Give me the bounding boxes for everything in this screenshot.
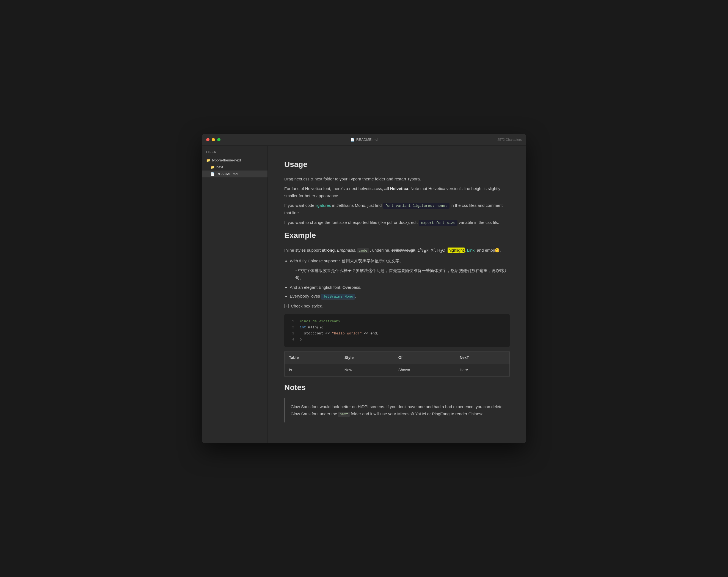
table-row: Is Now Shown Here: [285, 364, 510, 376]
table-header-0: Table: [285, 351, 340, 364]
sidebar-item-next[interactable]: 📁 next: [202, 164, 267, 171]
code-plain-4: }: [300, 336, 302, 343]
char-count: 2572 Characters: [497, 138, 522, 142]
notes-blockquote: Glow Sans font would look better on HiDP…: [284, 398, 510, 422]
content-area: Usage Drag next.css & next folder to you…: [268, 146, 526, 443]
para3: If you want code ligatures in JetBrains …: [284, 202, 510, 216]
para2: For fans of Helvetica font, there's a ne…: [284, 185, 510, 199]
checkbox[interactable]: ✓: [284, 304, 289, 308]
inline-strong: strong: [322, 248, 335, 252]
inline-comma1: ,: [335, 248, 337, 252]
filename-label: README.md: [356, 137, 378, 142]
code-plain-3: std::cout << "Hello World!" << end;: [300, 331, 379, 336]
inline-link[interactable]: Link: [467, 248, 475, 252]
inline-comma5: ,: [415, 248, 417, 252]
maximize-button[interactable]: [217, 138, 220, 141]
bullet-item-2: And an elegant English font: Overpass.: [290, 284, 510, 291]
code-line-4: 4 }: [290, 336, 504, 343]
sidebar-item-label: next: [216, 165, 223, 169]
notes-text: Glow Sans font would look better on HiDP…: [291, 403, 510, 418]
bullet-list: With fully Chinese support：使用未来荧黑字体显示中文文…: [290, 257, 510, 300]
inline-styles-para: Inline styles support strong, Emphasis, …: [284, 246, 510, 255]
table-cell-0: Is: [285, 364, 340, 376]
code-line-1: 1 #include <iostream>: [290, 319, 504, 325]
line-num-2: 2: [290, 325, 294, 331]
app-window: 📄 README.md 2572 Characters FILES 📁 typo…: [202, 134, 526, 443]
para3-mid: in JetBrains Mono, just find: [331, 203, 383, 208]
para4: If you want to change the font size of e…: [284, 219, 510, 226]
file-icon: 📄: [211, 172, 215, 176]
line-num-4: 4: [290, 336, 294, 343]
bullet-item-1-sub: 中文字体排版效果是什么样子？要解决这个问题，首先需要随便准备一些简体汉字，然后把…: [295, 267, 510, 281]
code-comment: #include <iostream>: [300, 319, 340, 325]
sidebar-title: FILES: [202, 150, 267, 157]
bullet3-prefix: Everybody loves: [290, 294, 321, 298]
table-cell-2: Shown: [394, 364, 455, 376]
inline-comma2: ,: [355, 248, 357, 252]
example-heading: Example: [284, 229, 510, 242]
inline-comma6: ,: [465, 248, 467, 252]
table-header-row: Table Style Of NexT: [285, 351, 510, 364]
ligatures-code: font-variant-ligatures: none;: [383, 203, 449, 209]
inline-code: code: [357, 248, 369, 253]
minimize-button[interactable]: [212, 138, 215, 141]
line-num-1: 1: [290, 319, 294, 325]
ligatures-link[interactable]: ligatures: [315, 203, 331, 208]
bullet3-suffix: .: [355, 294, 356, 298]
notes-text-suffix: folder and it will use your Microsoft Ya…: [350, 411, 485, 416]
para3-prefix: If you want code: [284, 203, 315, 208]
para4-prefix: If you want to change the font size of e…: [284, 220, 419, 225]
close-button[interactable]: [206, 138, 209, 141]
checkbox-label: Check box styled.: [291, 303, 323, 310]
inline-strike: strikethrough: [391, 248, 415, 252]
export-font-size-code: export-font-size: [419, 220, 458, 226]
inline-em: Emphasis: [337, 248, 355, 252]
sidebar-item-label: README.md: [216, 172, 237, 176]
table-header-1: Style: [340, 351, 394, 364]
jetbrains-mono-code: JetBrains Mono: [321, 294, 355, 300]
inline-comma4: ,: [389, 248, 391, 252]
sidebar-item-typora-theme-next[interactable]: 📁 typora-theme-next: [202, 157, 267, 164]
sidebar-item-readme[interactable]: 📄 README.md: [202, 171, 267, 177]
folder-icon: 📁: [206, 158, 210, 162]
usage-heading: Usage: [284, 158, 510, 171]
para1: Drag next.css & next folder to your Typo…: [284, 175, 510, 183]
next-css-link[interactable]: next.css & next folder: [294, 177, 334, 181]
inline-x2: , X2, H2O,: [428, 248, 448, 252]
inline-suffix: , and emoji😊。: [474, 248, 504, 252]
inline-underline: underline: [372, 248, 389, 252]
bullet-item-1: With fully Chinese support：使用未来荧黑字体显示中文文…: [290, 257, 510, 265]
code-plain-2: int main(){: [300, 325, 323, 331]
code-block: 1 #include <iostream> 2 int main(){ 3 st…: [284, 314, 510, 347]
para1-suffix: to your Typora theme folder and restart …: [334, 177, 421, 181]
table-header-3: NexT: [455, 351, 510, 364]
para4-suffix: variable in the css fils.: [458, 220, 499, 225]
inline-comma3: ,: [369, 248, 372, 252]
notes-next-code: next: [338, 412, 349, 417]
inline-prefix: Inline styles support: [284, 248, 322, 252]
checkbox-item: ✓ Check box styled.: [284, 303, 510, 310]
sidebar-item-label: typora-theme-next: [212, 158, 241, 162]
folder-icon: 📁: [211, 165, 215, 169]
para1-prefix: Drag: [284, 177, 294, 181]
bullet-item-3: Everybody loves JetBrains Mono.: [290, 293, 510, 300]
table-cell-1: Now: [340, 364, 394, 376]
notes-heading: Notes: [284, 381, 510, 394]
bullet-sub-list: 中文字体排版效果是什么样子？要解决这个问题，首先需要随便准备一些简体汉字，然后把…: [295, 267, 510, 281]
main-layout: FILES 📁 typora-theme-next 📁 next 📄 READM…: [202, 146, 526, 443]
line-num-3: 3: [290, 331, 294, 336]
data-table: Table Style Of NexT Is Now Shown Here: [284, 351, 510, 377]
para2-text: For fans of Helvetica font, there's a ne…: [284, 186, 384, 191]
code-line-3: 3 std::cout << "Hello World!" << end;: [290, 331, 504, 336]
table-cell-3: Here: [455, 364, 510, 376]
titlebar-filename: 📄 README.md: [350, 137, 378, 142]
code-line-2: 2 int main(){: [290, 325, 504, 331]
sidebar: FILES 📁 typora-theme-next 📁 next 📄 READM…: [202, 146, 268, 443]
inline-latex: LATEX: [418, 248, 428, 252]
table-header-2: Of: [394, 351, 455, 364]
titlebar: 📄 README.md 2572 Characters: [202, 134, 526, 146]
inline-highlight: highlight: [448, 248, 465, 253]
file-icon: 📄: [350, 138, 355, 142]
traffic-lights: [206, 138, 220, 141]
para2-strong: all Helvetica: [384, 186, 408, 191]
